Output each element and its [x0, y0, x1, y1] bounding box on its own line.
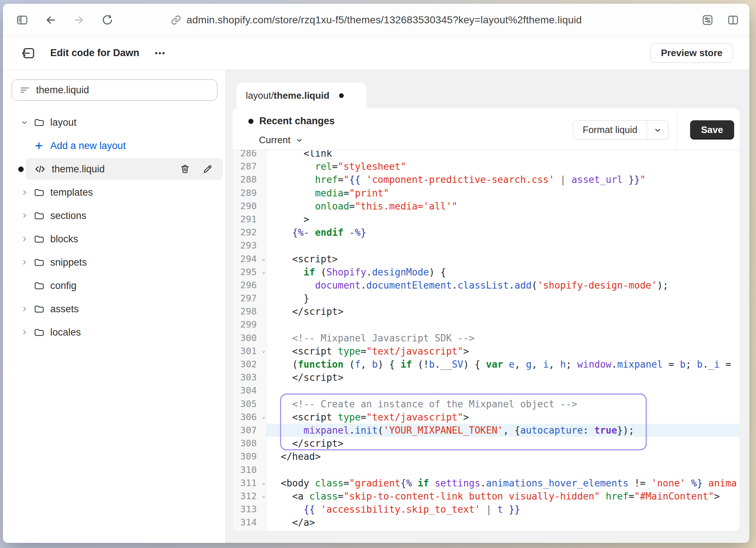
- reload-icon[interactable]: [101, 14, 114, 26]
- fold-icon[interactable]: ⌄: [262, 268, 265, 274]
- code-line-306[interactable]: 306⌄<script type="text/javascript">: [233, 411, 739, 424]
- tree-item-theme.liquid[interactable]: theme.liquid: [3, 157, 225, 181]
- code-text: <link: [267, 150, 739, 160]
- address-bar[interactable]: admin.shopify.com/store/rzq1xu-f5/themes…: [170, 14, 582, 26]
- fold-icon[interactable]: ⌄: [262, 255, 265, 261]
- tree-item-layout[interactable]: layout: [3, 111, 225, 134]
- code-line-290[interactable]: 290onload="this.media='all'": [233, 200, 739, 213]
- code-line-308[interactable]: 308</script>: [233, 437, 739, 450]
- code-line-291[interactable]: 291>: [233, 213, 739, 226]
- page-settings-icon[interactable]: [701, 14, 714, 26]
- browser-window: admin.shopify.com/store/rzq1xu-f5/themes…: [3, 4, 749, 543]
- tree-item-label: config: [50, 280, 76, 291]
- code-line-297[interactable]: 297}: [233, 292, 739, 305]
- chevron-down-icon[interactable]: [19, 118, 30, 127]
- code-text: </script>: [267, 305, 739, 318]
- code-line-299[interactable]: 299: [233, 318, 739, 331]
- changes-dot-icon: [248, 119, 253, 124]
- tree-item-sections[interactable]: sections: [3, 204, 225, 227]
- line-number: 311⌄: [233, 477, 267, 490]
- folder-icon: [33, 117, 45, 128]
- code-text: <script type="text/javascript">: [267, 411, 739, 424]
- chevron-down-icon: [295, 136, 304, 145]
- code-line-298[interactable]: 298</script>: [233, 305, 739, 318]
- chevron-right-icon[interactable]: [19, 258, 30, 267]
- file-sidebar: layoutAdd a new layouttheme.liquidtempla…: [3, 70, 226, 543]
- code-line-304[interactable]: 304: [233, 384, 739, 397]
- code-line-302[interactable]: 302(function (f, b) { if (!b.__SV) { var…: [233, 358, 739, 371]
- code-line-311[interactable]: 311⌄<body class="gradient{% if settings.…: [233, 477, 739, 490]
- preview-store-button[interactable]: Preview store: [650, 43, 733, 63]
- code-line-303[interactable]: 303</script>: [233, 371, 739, 384]
- line-number: 290: [233, 200, 267, 213]
- search-input[interactable]: [36, 85, 210, 96]
- back-icon[interactable]: [44, 14, 57, 26]
- tree-item-templates[interactable]: templates: [3, 181, 225, 204]
- code-text: [267, 239, 739, 252]
- code-line-309[interactable]: 309</head>: [233, 450, 739, 463]
- chevron-right-icon[interactable]: [19, 211, 30, 220]
- tree-item-snippets[interactable]: snippets: [3, 251, 225, 274]
- version-dropdown[interactable]: Current: [259, 134, 304, 146]
- code-text: <!-- Create an instance of the Mixpanel …: [267, 398, 739, 411]
- code-text: </script>: [267, 371, 739, 384]
- code-line-288[interactable]: 288href="{{ 'component-predictive-search…: [233, 173, 739, 186]
- forward-icon[interactable]: [73, 14, 85, 26]
- tab-theme-liquid[interactable]: layout/theme.liquid: [236, 83, 366, 108]
- folder-icon: [33, 234, 45, 244]
- chevron-right-icon[interactable]: [19, 328, 30, 337]
- editor-header: Recent changes Current Format liquid Sav…: [233, 108, 739, 150]
- tab-filename: theme.liquid: [274, 90, 330, 101]
- code-line-294[interactable]: 294⌄<script>: [233, 253, 739, 266]
- folder-icon: [33, 210, 45, 221]
- line-number: 297: [233, 292, 267, 305]
- code-editor[interactable]: 286<link287rel="stylesheet"288href="{{ '…: [233, 150, 739, 531]
- code-line-310[interactable]: 310: [233, 463, 739, 477]
- tree-item-blocks[interactable]: blocks: [3, 227, 225, 251]
- code-line-286[interactable]: 286<link: [233, 150, 739, 160]
- pencil-icon[interactable]: [201, 163, 214, 176]
- fold-icon[interactable]: ⌄: [262, 413, 265, 419]
- file-search[interactable]: [12, 79, 217, 101]
- code-line-295[interactable]: 295⌄if (Shopify.designMode) {: [233, 266, 739, 279]
- fold-icon[interactable]: ⌄: [262, 347, 265, 353]
- more-menu-icon[interactable]: [152, 46, 168, 60]
- code-line-292[interactable]: 292{%- endif -%}: [233, 226, 739, 239]
- fold-icon[interactable]: ⌄: [262, 492, 265, 498]
- tree-item-assets[interactable]: assets: [3, 297, 225, 321]
- code-text: (function (f, b) { if (!b.__SV) { var e,…: [267, 358, 739, 371]
- sidebar-toggle-icon[interactable]: [16, 14, 28, 26]
- line-number: 294⌄: [233, 253, 267, 266]
- chevron-right-icon[interactable]: [19, 305, 30, 313]
- chevron-right-icon[interactable]: [19, 235, 30, 243]
- unsaved-dot-icon: [339, 93, 344, 98]
- tree-item-locales[interactable]: locales: [3, 321, 225, 344]
- code-file-icon: [34, 163, 46, 175]
- code-line-307[interactable]: 307mixpanel.init('YOUR_MIXPANEL_TOKEN', …: [233, 424, 739, 437]
- code-line-313[interactable]: 313{{ 'accessibility.skip_to_text' | t }…: [233, 503, 739, 516]
- split-view-icon[interactable]: [727, 14, 739, 26]
- url-text: admin.shopify.com/store/rzq1xu-f5/themes…: [186, 14, 582, 26]
- trash-icon[interactable]: [178, 163, 192, 176]
- save-button[interactable]: Save: [690, 120, 734, 140]
- code-line-300[interactable]: 300<!-- Mixpanel Javascript SDK -->: [233, 332, 739, 345]
- exit-editor-icon[interactable]: [20, 45, 36, 61]
- code-line-312[interactable]: 312⌄<a class="skip-to-content-link butto…: [233, 490, 739, 503]
- code-line-293[interactable]: 293: [233, 239, 739, 252]
- add-new-layout-link[interactable]: Add a new layout: [3, 134, 225, 157]
- code-line-289[interactable]: 289media="print": [233, 187, 739, 200]
- fold-icon[interactable]: ⌄: [262, 479, 265, 485]
- tree-item-config[interactable]: config: [3, 274, 225, 297]
- folder-icon: [33, 280, 45, 291]
- code-line-314[interactable]: 314</a>: [233, 516, 739, 529]
- selected-file-pill[interactable]: theme.liquid: [25, 158, 223, 180]
- code-text: </a>: [267, 516, 739, 529]
- code-line-301[interactable]: 301⌄<script type="text/javascript">: [233, 345, 739, 358]
- chevron-right-icon[interactable]: [19, 188, 30, 197]
- format-liquid-button[interactable]: Format liquid: [573, 120, 669, 140]
- code-line-305[interactable]: 305<!-- Create an instance of the Mixpan…: [233, 398, 739, 411]
- code-line-296[interactable]: 296document.documentElement.classList.ad…: [233, 279, 739, 292]
- format-options-caret[interactable]: [647, 121, 668, 139]
- editor-content: layout/theme.liquid Recent changes Curre…: [226, 70, 749, 543]
- code-line-287[interactable]: 287rel="stylesheet": [233, 160, 739, 173]
